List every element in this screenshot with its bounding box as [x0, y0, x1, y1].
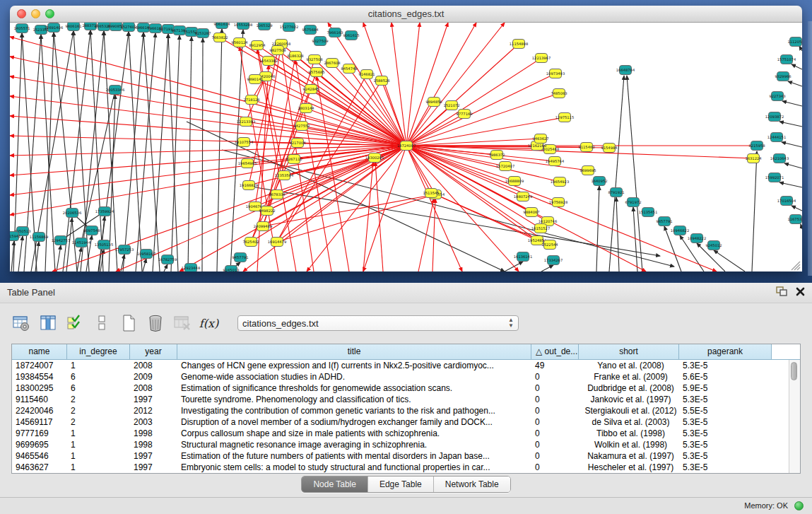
tab-node-table[interactable]: Node Table [302, 477, 368, 492]
graph-node[interactable]: 12213967 [532, 54, 551, 63]
function-builder-icon[interactable]: f(x) [199, 314, 218, 333]
graph-node[interactable]: 2522544 [541, 240, 558, 250]
graph-node[interactable]: 15277602 [280, 23, 298, 32]
graph-node[interactable]: 8186328 [287, 52, 303, 61]
graph-node[interactable]: 9327508 [306, 55, 322, 64]
graph-node[interactable]: 12975115 [555, 113, 574, 122]
graph-node[interactable]: 1521072 [443, 101, 459, 110]
graph-node[interactable]: 9061615 [343, 31, 359, 40]
graph-node[interactable]: 16648784 [616, 66, 635, 75]
table-row[interactable]: 1872400712008Changes of HCN gene express… [12, 360, 800, 371]
network-canvas[interactable]: 1405571152334222691406980616128837181065… [10, 23, 802, 271]
graph-node[interactable]: 17957253 [115, 245, 134, 255]
graph-node[interactable]: 9217004 [289, 139, 306, 148]
graph-node[interactable]: 19756928 [549, 198, 567, 207]
graph-node[interactable]: 9777169 [456, 110, 472, 119]
canvas-resize-grip[interactable] [792, 262, 800, 270]
column-header-short[interactable]: short [579, 344, 679, 359]
graph-node[interactable]: 9890141 [247, 75, 263, 84]
graph-node[interactable]: 15992071 [765, 173, 784, 182]
graph-node[interactable]: 15751074 [777, 55, 796, 64]
graph-node[interactable]: 8678334 [269, 190, 286, 199]
graph-node[interactable]: 9146821 [358, 70, 375, 79]
graph-node[interactable]: 10688809 [505, 177, 524, 186]
table-row[interactable]: 2242004622012Investigating the contribut… [12, 405, 800, 416]
tab-network-table[interactable]: Network Table [434, 477, 510, 492]
table-selector-dropdown[interactable]: citations_edges.txt ▲▼ [237, 315, 519, 331]
graph-node[interactable]: 15720407 [496, 162, 514, 171]
graph-node[interactable]: 1167533 [787, 215, 802, 224]
graph-node[interactable]: 1588526 [373, 76, 389, 86]
graph-node[interactable]: 8267110 [286, 155, 302, 164]
graph-node[interactable]: 16914479 [268, 238, 286, 247]
unselect-all-icon[interactable] [92, 314, 111, 333]
graph-node[interactable]: 15135451 [639, 208, 657, 217]
graph-node[interactable]: 9884067 [523, 208, 539, 217]
graph-node[interactable]: 1065329 [256, 23, 272, 30]
graph-node[interactable]: 8427552 [293, 122, 310, 131]
graph-node[interactable]: 20206536 [63, 209, 81, 218]
graph-node[interactable]: 9242845 [302, 85, 319, 94]
column-header-out_de[interactable]: △ out_de... [531, 344, 579, 359]
graph-node[interactable]: 16210643 [770, 154, 789, 163]
graph-node[interactable]: 9498222 [259, 206, 275, 216]
column-header-pagerank[interactable]: pagerank [679, 344, 772, 359]
graph-node[interactable]: 12923448 [182, 264, 200, 272]
graph-node[interactable]: 10958167 [137, 250, 155, 259]
graph-node[interactable]: 9153287 [194, 29, 211, 38]
graph-node[interactable]: 16782759 [158, 255, 177, 264]
graph-node[interactable]: 19495764 [546, 157, 565, 166]
graph-node[interactable]: 2867608 [324, 59, 340, 68]
graph-node[interactable]: 17334267 [544, 256, 563, 265]
graph-node[interactable]: 9699695 [579, 166, 596, 175]
select-all-icon[interactable] [65, 314, 84, 333]
graph-node[interactable]: 9061614 [213, 23, 230, 29]
close-panel-icon[interactable] [796, 287, 805, 296]
graph-node[interactable]: 11156869 [30, 233, 48, 242]
graph-node[interactable]: 9327509 [312, 37, 328, 46]
table-row[interactable]: 969969511998Structural magnetic resonanc… [12, 439, 800, 450]
graph-node[interactable]: 6791972 [625, 198, 641, 207]
graph-node[interactable]: 12093872 [765, 112, 784, 122]
graph-node[interactable]: 9575685 [308, 68, 324, 77]
graph-node[interactable]: 10946822 [671, 226, 689, 235]
graph-node[interactable]: 9227343 [769, 92, 785, 101]
table-row[interactable]: 1456911722003Disruption of a novel membe… [12, 416, 800, 428]
graph-node[interactable]: 9827508 [269, 46, 286, 55]
graph-node[interactable]: 19166829 [240, 181, 258, 190]
graph-node[interactable]: 1640952 [591, 177, 607, 186]
graph-node[interactable]: 9329966 [775, 72, 791, 81]
graph-node[interactable]: 17016504 [777, 197, 796, 206]
tab-edge-table[interactable]: Edge Table [368, 477, 434, 492]
graph-node[interactable]: 1513545 [423, 189, 439, 198]
graph-node[interactable]: 7986372 [488, 151, 505, 160]
graph-node[interactable]: 9097548 [83, 226, 100, 235]
graph-node[interactable]: 1112054 [787, 37, 802, 47]
graph-node[interactable]: 9806161 [65, 23, 81, 31]
graph-node[interactable]: 9560124 [231, 38, 248, 47]
graph-node[interactable]: 7663822 [211, 33, 228, 42]
table-scrollbar-thumb[interactable] [791, 362, 797, 380]
graph-node[interactable]: 1631224 [745, 154, 762, 163]
graph-node[interactable]: 1405571 [13, 24, 30, 33]
graph-node[interactable]: 9894856 [425, 98, 442, 107]
delete-icon[interactable] [146, 314, 165, 333]
table-scrollbar[interactable] [789, 360, 800, 473]
graph-node[interactable]: 7966163 [326, 28, 343, 37]
graph-node[interactable]: 12444151 [767, 133, 786, 142]
column-header-in_degree[interactable]: in_degree [67, 344, 130, 359]
graph-node[interactable]: 11154898 [510, 40, 528, 49]
graph-node[interactable]: 9245012 [705, 241, 722, 250]
table-row[interactable]: 1830029562008Estimation of significance … [12, 382, 800, 394]
graph-node[interactable]: 7625402 [242, 238, 259, 247]
graph-node[interactable]: 9463627 [532, 134, 548, 144]
graph-node[interactable]: 9115460 [578, 143, 594, 152]
graph-node[interactable]: 10948222 [688, 234, 706, 243]
graph-node[interactable]: 16136141 [514, 252, 532, 262]
graph-node[interactable]: 9575684 [302, 25, 319, 35]
graph-node[interactable]: 2803144 [298, 104, 314, 113]
graph-node[interactable]: 1527602 [120, 23, 136, 32]
graph-node[interactable]: 7485063 [551, 89, 567, 98]
graph-node[interactable]: 9245013 [223, 266, 239, 272]
float-panel-icon[interactable] [776, 286, 787, 296]
